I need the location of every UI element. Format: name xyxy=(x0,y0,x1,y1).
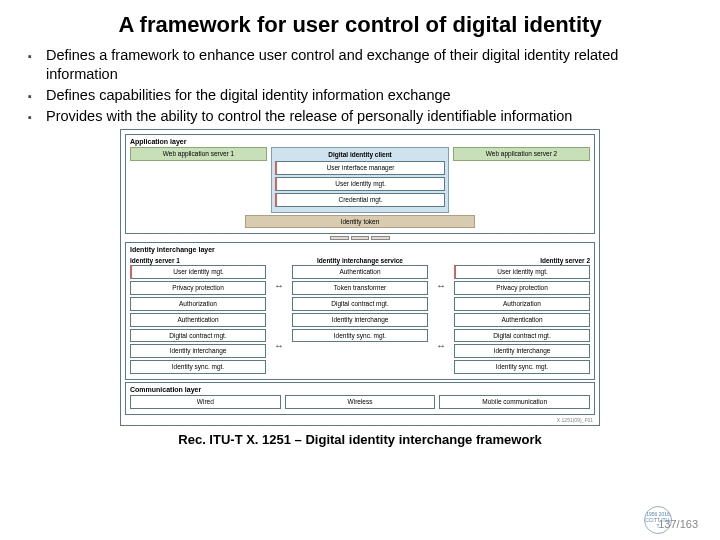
server-box: Identity sync. mgt. xyxy=(130,360,266,374)
server-box: Privacy protection xyxy=(454,281,590,295)
connector xyxy=(330,236,349,240)
server-box: Identity sync. mgt. xyxy=(454,360,590,374)
server-box: Authentication xyxy=(130,313,266,327)
page-number: 137/163 xyxy=(658,518,698,530)
server-box: Privacy protection xyxy=(130,281,266,295)
app-server-box: Web application server 2 xyxy=(453,147,590,161)
comm-box: Mobile communication xyxy=(439,395,590,409)
app-server-box: Web application server 1 xyxy=(130,147,267,161)
client-sub-box: Credential mgt. xyxy=(275,193,445,207)
service-label: Identity interchange service xyxy=(292,257,428,264)
arrow-icon: ↔ xyxy=(274,340,284,351)
server-label: Identity server 1 xyxy=(130,257,266,264)
service-box: Identity interchange xyxy=(292,313,428,327)
server-label: Identity server 2 xyxy=(454,257,590,264)
identity-token-box: Identity token xyxy=(245,215,475,229)
arrow-icon: ↔ xyxy=(274,280,284,291)
comm-box: Wired xyxy=(130,395,281,409)
bullet-list: Defines a framework to enhance user cont… xyxy=(28,46,692,125)
server-box: Digital contract mgt. xyxy=(130,329,266,343)
server-box: User identity mgt. xyxy=(130,265,266,279)
bullet-item: Provides with the ability to control the… xyxy=(28,107,692,126)
page-title: A framework for user control of digital … xyxy=(28,12,692,38)
connector xyxy=(351,236,370,240)
arrow-icon: ↔ xyxy=(436,280,446,291)
server-box: User identity mgt. xyxy=(454,265,590,279)
layer-label: Identity interchange layer xyxy=(130,246,590,253)
service-box: Authentication xyxy=(292,265,428,279)
server-box: Authentication xyxy=(454,313,590,327)
server-box: Identity interchange xyxy=(454,344,590,358)
server-box: Identity interchange xyxy=(130,344,266,358)
service-box: Digital contract mgt. xyxy=(292,297,428,311)
client-sub-box: User identity mgt. xyxy=(275,177,445,191)
framework-diagram: Application layer Web application server… xyxy=(120,129,600,425)
server-box: Authorization xyxy=(454,297,590,311)
bullet-item: Defines a framework to enhance user cont… xyxy=(28,46,692,84)
application-layer: Application layer Web application server… xyxy=(125,134,595,234)
communication-layer: Communication layer Wired Wireless Mobil… xyxy=(125,382,595,415)
arrow-column: ↔ ↔ xyxy=(270,255,288,376)
arrow-column: ↔ ↔ xyxy=(432,255,450,376)
arrow-icon: ↔ xyxy=(436,340,446,351)
server-box: Authorization xyxy=(130,297,266,311)
service-box: Token transformer xyxy=(292,281,428,295)
interchange-layer: Identity interchange layer Identity serv… xyxy=(125,242,595,380)
bullet-item: Defines capabilities for the digital ide… xyxy=(28,86,692,105)
digital-identity-client: Digital identity client User interface m… xyxy=(271,147,449,212)
comm-box: Wireless xyxy=(285,395,436,409)
client-title: Digital identity client xyxy=(275,151,445,159)
layer-label: Application layer xyxy=(130,138,590,145)
layer-label: Communication layer xyxy=(130,386,590,393)
connector xyxy=(371,236,390,240)
service-box: Identity sync. mgt. xyxy=(292,329,428,343)
server-box: Digital contract mgt. xyxy=(454,329,590,343)
client-sub-box: User interface manager xyxy=(275,161,445,175)
diagram-credit: X.1251(09)_F01 xyxy=(123,417,597,423)
figure-caption: Rec. ITU-T X. 1251 – Digital identity in… xyxy=(28,432,692,447)
